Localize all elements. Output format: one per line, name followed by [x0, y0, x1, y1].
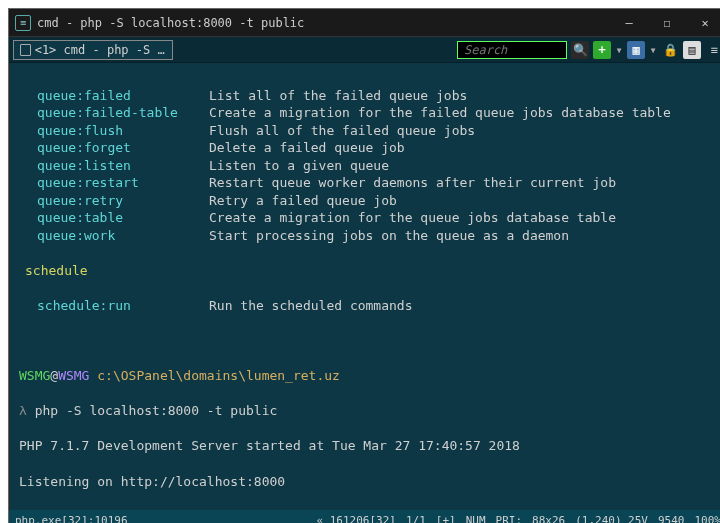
new-tab-dropdown-icon[interactable]: ▾: [615, 41, 623, 59]
command-row: queue:failedList all of the failed queue…: [19, 87, 717, 105]
prompt-line-1: WSMG@WSMG c:\OSPanel\domains\lumen_ret.u…: [19, 367, 717, 385]
output-line-2: Listening on http://localhost:8000: [19, 473, 717, 491]
app-window: ≡ cmd - php -S localhost:8000 -t public …: [8, 8, 720, 523]
command-name: queue:restart: [19, 174, 209, 192]
command-name: queue:failed-table: [19, 104, 209, 122]
toolbar: <1> cmd - php -S l... 🔍 ＋ ▾ ▦ ▾ 🔒 ▤ ≡: [9, 37, 720, 63]
prompt-host: WSMG: [58, 368, 89, 383]
command-description: List all of the failed queue jobs: [209, 87, 467, 105]
status-position: 1/1: [406, 514, 426, 524]
prompt-path: c:\OSPanel\domains\lumen_ret.uz: [97, 368, 340, 383]
list-icon[interactable]: ▤: [683, 41, 701, 59]
command-row: queue:tableCreate a migration for the qu…: [19, 209, 717, 227]
status-bar: php.exe[32]:10196 « 161206[32] 1/1 [+] N…: [9, 510, 720, 523]
tab-icon: [20, 44, 31, 56]
status-coord: (1,240) 25V: [575, 514, 648, 524]
command-row: schedule:runRun the scheduled commands: [19, 297, 717, 315]
search-icon[interactable]: 🔍: [571, 41, 589, 59]
command-group-schedule: schedule: [19, 262, 717, 280]
blank-line: [19, 332, 717, 350]
command-row: queue:failed-tableCreate a migration for…: [19, 104, 717, 122]
output-line-1: PHP 7.1.7 Development Server started at …: [19, 437, 717, 455]
command-name: queue:forget: [19, 139, 209, 157]
new-tab-button[interactable]: ＋: [593, 41, 611, 59]
window-title: cmd - php -S localhost:8000 -t public: [37, 16, 619, 30]
status-zoom: 100%: [695, 514, 721, 524]
command-description: Start processing jobs on the queue as a …: [209, 227, 569, 245]
command-description: Listen to a given queue: [209, 157, 389, 175]
command-description: Retry a failed queue job: [209, 192, 397, 210]
status-pri: PRI:: [496, 514, 523, 524]
command-row: queue:retryRetry a failed queue job: [19, 192, 717, 210]
command-row: queue:flushFlush all of the failed queue…: [19, 122, 717, 140]
maximize-button[interactable]: ☐: [657, 16, 677, 30]
prompt-command: php -S localhost:8000 -t public: [35, 403, 278, 418]
command-row: queue:listenListen to a given queue: [19, 157, 717, 175]
title-bar: ≡ cmd - php -S localhost:8000 -t public …: [9, 9, 720, 37]
command-name: queue:retry: [19, 192, 209, 210]
windows-icon[interactable]: ▦: [627, 41, 645, 59]
status-timestamp: « 161206[32]: [316, 514, 395, 524]
command-description: Create a migration for the queue jobs da…: [209, 209, 616, 227]
prompt-user: WSMG: [19, 368, 50, 383]
minimize-button[interactable]: —: [619, 16, 639, 30]
status-process: php.exe[32]:10196: [15, 514, 128, 524]
lock-icon[interactable]: 🔒: [661, 41, 679, 59]
command-description: Create a migration for the failed queue …: [209, 104, 671, 122]
command-row: queue:workStart processing jobs on the q…: [19, 227, 717, 245]
close-button[interactable]: ✕: [695, 16, 715, 30]
command-name: queue:flush: [19, 122, 209, 140]
tab-label: <1> cmd - php -S l...: [35, 43, 166, 57]
menu-icon[interactable]: ≡: [705, 41, 720, 59]
command-name: queue:listen: [19, 157, 209, 175]
prompt-at: @: [50, 368, 58, 383]
status-size: 88x26: [532, 514, 565, 524]
prompt-line-2: λ php -S localhost:8000 -t public: [19, 402, 717, 420]
command-name: queue:failed: [19, 87, 209, 105]
search-input[interactable]: [457, 41, 567, 59]
command-description: Flush all of the failed queue jobs: [209, 122, 475, 140]
windows-dropdown-icon[interactable]: ▾: [649, 41, 657, 59]
command-description: Delete a failed queue job: [209, 139, 405, 157]
prompt-arrow: λ: [19, 403, 27, 418]
status-num: NUM: [466, 514, 486, 524]
window-controls: — ☐ ✕: [619, 16, 720, 30]
app-icon: ≡: [15, 15, 31, 31]
command-description: Run the scheduled commands: [209, 297, 413, 315]
command-description: Restart queue worker daemons after their…: [209, 174, 616, 192]
tab-1[interactable]: <1> cmd - php -S l...: [13, 40, 173, 60]
terminal-output[interactable]: queue:failedList all of the failed queue…: [9, 63, 720, 510]
command-name: schedule:run: [19, 297, 209, 315]
command-name: queue:work: [19, 227, 209, 245]
command-name: queue:table: [19, 209, 209, 227]
status-col: 9540: [658, 514, 685, 524]
command-row: queue:restartRestart queue worker daemon…: [19, 174, 717, 192]
command-row: queue:forgetDelete a failed queue job: [19, 139, 717, 157]
status-insert: [+]: [436, 514, 456, 524]
